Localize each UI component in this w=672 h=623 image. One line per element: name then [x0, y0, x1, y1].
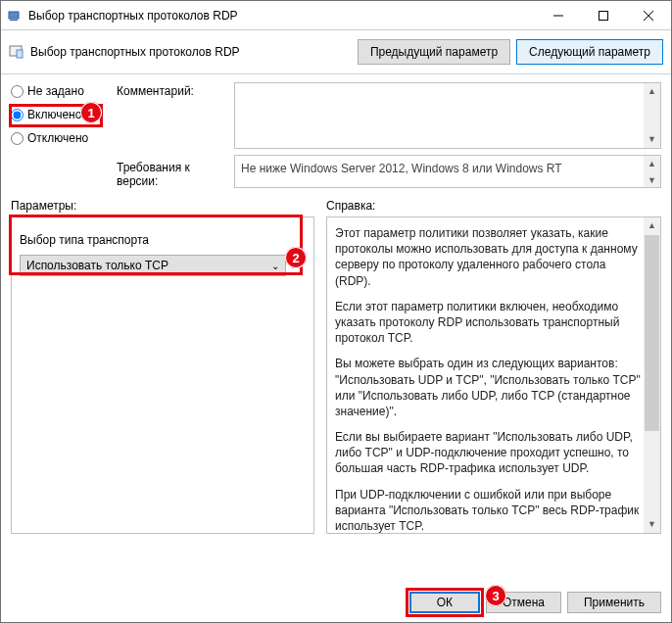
- footer: ОК Отмена Применить: [1, 583, 671, 622]
- maximize-button[interactable]: [581, 1, 626, 29]
- scroll-up-icon[interactable]: ▲: [648, 217, 656, 234]
- comment-textarea[interactable]: ▲ ▼: [234, 82, 661, 149]
- requirements-scrollbar[interactable]: ▲ ▼: [644, 156, 660, 187]
- radio-not-configured-input[interactable]: [11, 85, 24, 98]
- requirements-text: Не ниже Windows Server 2012, Windows 8 и…: [241, 162, 562, 175]
- titlebar-title: Выбор транспортных протоколов RDP: [28, 9, 536, 23]
- transport-selected-value: Использовать только TCP: [26, 259, 168, 272]
- svg-rect-3: [600, 11, 608, 20]
- transport-type-dropdown[interactable]: Использовать только TCP ⌄: [20, 255, 286, 276]
- help-p4: Если вы выбираете вариант "Использовать …: [335, 429, 641, 477]
- scrollbar-thumb[interactable]: [645, 235, 659, 431]
- panels: Выбор типа транспорта Использовать тольк…: [1, 216, 671, 542]
- help-p2: Если этот параметр политики включен, нео…: [335, 299, 641, 347]
- help-label: Справка:: [326, 199, 661, 213]
- params-label: Параметры:: [11, 199, 326, 213]
- radio-not-configured-label: Не задано: [27, 84, 84, 98]
- policy-icon: [9, 44, 24, 60]
- app-icon: [7, 8, 23, 24]
- radio-enabled-input[interactable]: [11, 109, 24, 121]
- annotation-marker-2: 2: [285, 247, 307, 268]
- radio-disabled[interactable]: Отключено: [11, 131, 117, 145]
- apply-button[interactable]: Применить: [567, 592, 661, 613]
- header-title: Выбор транспортных протоколов RDP: [30, 45, 352, 59]
- help-p5: При UDP-подключении с ошибкой или при вы…: [335, 487, 641, 534]
- titlebar: Выбор транспортных протоколов RDP: [1, 1, 671, 30]
- requirements-label: Требования к версии:: [117, 155, 234, 188]
- comment-scrollbar[interactable]: ▲ ▼: [644, 83, 660, 148]
- comment-label: Комментарий:: [117, 82, 234, 149]
- scroll-up-icon[interactable]: ▲: [648, 156, 656, 172]
- help-text: Этот параметр политики позволяет указать…: [335, 225, 641, 534]
- help-panel: Этот параметр политики позволяет указать…: [326, 216, 661, 534]
- chevron-down-icon: ⌄: [271, 261, 279, 271]
- transport-type-label: Выбор типа транспорта: [20, 233, 306, 247]
- minimize-button[interactable]: [536, 1, 581, 29]
- help-p3: Вы можете выбрать один из следующих вари…: [335, 356, 641, 419]
- previous-setting-button[interactable]: Предыдущий параметр: [358, 39, 510, 65]
- ok-button[interactable]: ОК: [409, 592, 480, 613]
- header: Выбор транспортных протоколов RDP Предыд…: [1, 30, 671, 74]
- state-radios: Не задано Включено Отключено: [11, 82, 117, 155]
- svg-rect-7: [17, 50, 23, 58]
- radio-disabled-label: Отключено: [27, 131, 88, 145]
- scroll-down-icon[interactable]: ▼: [648, 172, 656, 189]
- scroll-up-icon[interactable]: ▲: [648, 83, 656, 100]
- svg-rect-0: [9, 12, 19, 19]
- next-setting-button[interactable]: Следующий параметр: [516, 39, 663, 65]
- dialog-window: Выбор транспортных протоколов RDP Выбор …: [0, 0, 672, 623]
- help-p1: Этот параметр политики позволяет указать…: [335, 225, 641, 289]
- section-labels: Параметры: Справка:: [1, 187, 671, 216]
- scroll-down-icon[interactable]: ▼: [648, 131, 656, 148]
- radio-enabled-label: Включено: [27, 108, 81, 121]
- options-panel: Выбор типа транспорта Использовать тольк…: [11, 216, 314, 534]
- radio-not-configured[interactable]: Не задано: [11, 84, 117, 98]
- close-button[interactable]: [626, 1, 671, 29]
- annotation-marker-1: 1: [80, 102, 102, 123]
- annotation-marker-3: 3: [485, 585, 506, 606]
- svg-rect-1: [10, 20, 18, 21]
- radio-disabled-input[interactable]: [11, 132, 24, 145]
- state-row: Не задано Включено Отключено Комментарий…: [1, 74, 671, 187]
- help-scrollbar[interactable]: ▲ ▼: [644, 217, 660, 533]
- scroll-down-icon[interactable]: ▼: [648, 516, 656, 533]
- requirements-value: Не ниже Windows Server 2012, Windows 8 и…: [234, 155, 661, 188]
